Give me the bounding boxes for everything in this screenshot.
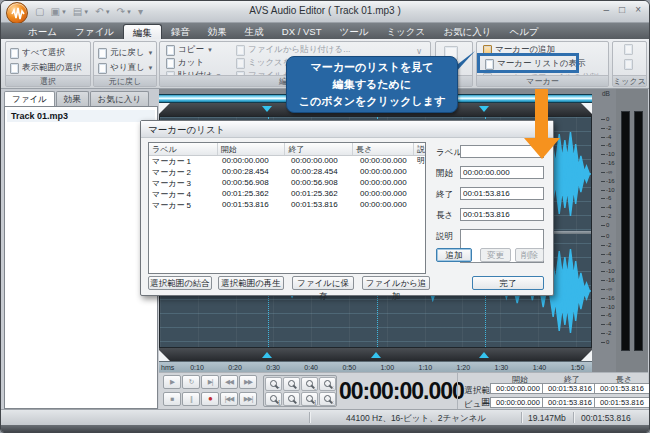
done-button[interactable]: 完了	[472, 276, 544, 290]
panel-tab-ファイル[interactable]: ファイル	[4, 91, 55, 106]
edit-group-expand-icon[interactable]: ∨	[416, 46, 422, 56]
delete-button[interactable]: 削除	[515, 248, 544, 262]
audio-format-status: 44100 Hz、16-ビット、2チャンネル	[346, 413, 486, 425]
marker-triangle-up-icon[interactable]	[262, 352, 272, 358]
close-button[interactable]: ×	[635, 4, 641, 15]
marker-triangle-up-icon[interactable]	[479, 352, 489, 358]
marker-triangle-down-icon[interactable]	[479, 106, 489, 112]
cut-button[interactable]: カット	[166, 57, 204, 69]
redo-caret-icon[interactable]: ▼	[148, 65, 154, 71]
table-cell	[419, 200, 425, 211]
ribbon-tab-録音[interactable]: 録音	[162, 24, 199, 39]
selection-start-input[interactable]	[490, 383, 546, 394]
undo-caret-icon[interactable]: ▼	[147, 50, 153, 56]
maximize-button[interactable]: □	[619, 4, 625, 15]
col-header-length[interactable]: 長さ	[353, 143, 414, 155]
resize-handle-icon[interactable]	[581, 350, 592, 361]
play-button[interactable]: ▶	[163, 375, 181, 389]
merge-selection-button[interactable]: 選択範囲の結合	[148, 276, 212, 290]
save-to-file-button[interactable]: ファイルに保存	[292, 276, 354, 290]
table-row[interactable]: マーカー 400:01:25.36200:01:25.36200:00:00.0…	[149, 189, 425, 200]
redo-button[interactable]: やり直し▼	[98, 62, 154, 74]
copy-button[interactable]: コピー▼	[166, 44, 213, 56]
zoom-in-button[interactable]	[283, 377, 300, 391]
marker-bar-bottom[interactable]	[159, 348, 592, 361]
col-header-start[interactable]: 開始	[218, 143, 286, 155]
add-from-file-button[interactable]: ファイルから追加	[362, 276, 430, 290]
col-header-desc[interactable]: 説明	[414, 143, 425, 155]
view-length-input[interactable]	[594, 397, 650, 408]
zoom-vertical-icon	[306, 380, 313, 387]
zoom-selection-end-button[interactable]: ]	[301, 392, 318, 406]
table-cell: マーカー 1	[149, 156, 219, 167]
db-scale-label: dB	[602, 90, 610, 97]
record-button[interactable]: ●	[201, 392, 219, 406]
mix-button-2[interactable]	[624, 59, 633, 70]
ribbon-tab-効果[interactable]: 効果	[199, 24, 236, 39]
panel-tab-お気に入り[interactable]: お気に入り	[90, 91, 149, 106]
ribbon-tab-生成[interactable]: 生成	[236, 24, 273, 39]
rewind-button[interactable]: ◀◀	[220, 375, 238, 389]
minimize-button[interactable]: –	[604, 4, 610, 15]
pause-button[interactable]: ||	[182, 392, 200, 406]
copy-caret-icon[interactable]: ▼	[207, 47, 213, 53]
group-caption-mix: ミックス	[613, 75, 646, 86]
play-selection-button[interactable]: 選択範囲の再生	[218, 276, 284, 290]
mix-button-1[interactable]	[624, 44, 633, 55]
marker-triangle-down-icon[interactable]	[262, 106, 272, 112]
marker-table[interactable]: ラベル 開始 終了 長さ 説明 マーカー 100:00:00.00000:00:…	[148, 142, 426, 274]
table-row[interactable]: マーカー 200:00:28.45400:00:28.45400:00:00.0…	[149, 167, 425, 178]
col-header-end[interactable]: 終了	[285, 143, 353, 155]
ribbon-tab-ミックス[interactable]: ミックス	[377, 24, 434, 39]
play-to-end-button[interactable]: ▶|	[201, 375, 219, 389]
col-header-label[interactable]: ラベル	[149, 143, 218, 155]
file-list-item[interactable]: Track 01.mp3	[7, 110, 155, 122]
zoom-level-button[interactable]: :	[319, 377, 336, 391]
go-to-start-button[interactable]: |◀◀	[220, 392, 238, 406]
zoom-custom-button[interactable]: :	[319, 392, 336, 406]
end-input[interactable]	[460, 187, 544, 200]
loop-button[interactable]: ↻	[182, 375, 200, 389]
undo-button[interactable]: 元に戻し▼	[98, 47, 153, 59]
ribbon-tab-ホーム[interactable]: ホーム	[19, 24, 66, 39]
selection-length-input[interactable]	[594, 383, 650, 394]
resize-handle-icon[interactable]	[581, 103, 592, 114]
zoom-vertical-button[interactable]: ˯	[301, 377, 318, 391]
file-list[interactable]: Track 01.mp3	[4, 106, 158, 409]
ribbon-tab-編集[interactable]: 編集	[123, 24, 162, 39]
table-row[interactable]: マーカー 500:01:53.81600:01:53.81600:00:00.0…	[149, 200, 425, 211]
start-input[interactable]	[460, 166, 544, 179]
change-button[interactable]: 変更	[480, 248, 511, 262]
ribbon-tab-ヘルプ[interactable]: ヘルプ	[500, 24, 547, 39]
stop-button[interactable]: ■	[163, 392, 181, 406]
paste-from-file-button[interactable]: ファイルから貼り付ける...	[236, 44, 350, 56]
length-input[interactable]	[460, 208, 544, 221]
ribbon-tab-ファイル[interactable]: ファイル	[66, 24, 123, 39]
fast-forward-button[interactable]: ▶▶	[239, 375, 257, 389]
zoom-selection-start-button[interactable]: [	[265, 392, 282, 406]
ribbon-tab-ツール[interactable]: ツール	[330, 24, 377, 39]
select-view-button[interactable]: 表示範囲の選択	[10, 62, 82, 74]
select-all-button[interactable]: すべて選択	[10, 47, 65, 59]
resize-handle-icon[interactable]	[159, 103, 170, 114]
view-end-input[interactable]	[542, 397, 598, 408]
ribbon-tab-DX / VST[interactable]: DX / VST	[273, 24, 331, 39]
add-button[interactable]: 追加	[436, 248, 472, 262]
go-to-end-button[interactable]: ▶▶|	[239, 392, 257, 406]
resize-handle-icon[interactable]	[159, 350, 170, 361]
db-tick: -∞	[592, 286, 616, 292]
selection-end-input[interactable]	[542, 383, 598, 394]
table-cell: 00:00:00.000	[357, 189, 419, 200]
view-start-input[interactable]	[490, 397, 546, 408]
zoom-out-button[interactable]: −	[265, 377, 282, 391]
zoom-normal-button[interactable]	[283, 392, 300, 406]
ribbon-tab-bar: ホームファイル編集録音効果生成DX / VSTツールミックスお気に入りヘルプ	[1, 23, 649, 39]
panel-tab-効果[interactable]: 効果	[56, 91, 89, 106]
file-size-status: 19.147Mb	[528, 413, 566, 423]
table-row[interactable]: マーカー 100:00:00.00000:00:00.00000:00:00.0…	[149, 156, 425, 167]
db-tick: -6	[592, 312, 616, 318]
field-label-label: ラベル	[436, 147, 462, 159]
marker-triangle-up-icon[interactable]	[371, 352, 381, 358]
ribbon-tab-お気に入り[interactable]: お気に入り	[434, 24, 500, 39]
table-row[interactable]: マーカー 300:00:56.90800:00:56.90800:00:00.0…	[149, 178, 425, 189]
